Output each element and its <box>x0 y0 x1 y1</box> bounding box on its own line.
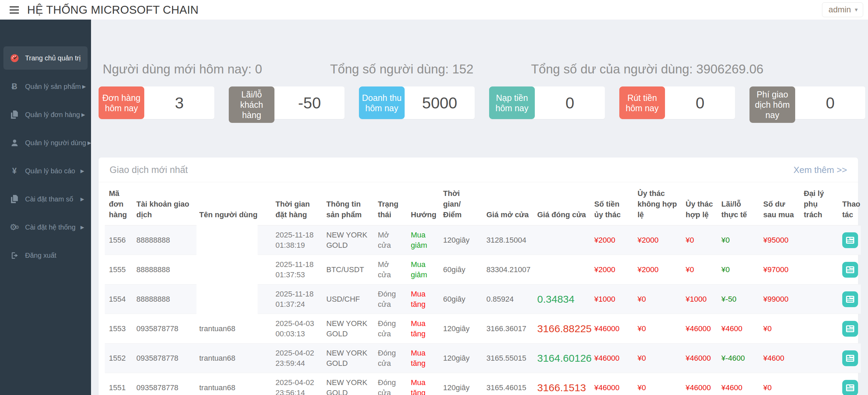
sidebar-item-label: Quản lý báo cáo <box>25 167 79 175</box>
cell-direction: Mua tăng <box>407 314 439 344</box>
cell-account: 0935878778 <box>132 344 195 373</box>
sidebar-item-orders[interactable]: Quản lý đơn hàng ▶ <box>3 101 88 129</box>
cell-duration: 60giây <box>439 284 482 314</box>
top-bar: HỆ THỐNG MICROSOFT CHAIN admin ▾ <box>0 0 868 20</box>
dashboard-icon <box>9 54 20 63</box>
cell-pnl: ¥0 <box>717 225 759 255</box>
cell-account: 88888888 <box>132 225 195 255</box>
cell-balance: ¥95000 <box>759 225 800 255</box>
user-menu-label: admin <box>828 5 851 14</box>
panel-header: Giao dịch mới nhất Xem thêm >> <box>99 158 858 182</box>
order-detail-button[interactable] <box>842 350 858 366</box>
cell-username: trantuan68 <box>195 314 271 344</box>
cell-open: 3166.36017 <box>482 314 533 344</box>
params-icon <box>9 195 20 204</box>
table-header-row: Mã đơn hàngTài khoản giao dịchTên người … <box>105 182 861 225</box>
column-header-action: Thao tác <box>838 182 861 225</box>
order-detail-icon <box>846 384 855 392</box>
cell-open: 3165.55015 <box>482 344 533 373</box>
yen-icon: ¥ <box>9 166 20 176</box>
cell-username <box>195 255 271 284</box>
sidebar-item-parameters[interactable]: Cài đặt tham số ▶ <box>3 185 88 213</box>
bitcoin-icon: Ƀ <box>9 82 20 91</box>
sidebar-item-label: Đăng xuất <box>25 252 84 259</box>
sidebar-item-reports[interactable]: ¥ Quản lý báo cáo ▶ <box>3 157 88 185</box>
cell-action <box>838 255 861 284</box>
order-detail-button[interactable] <box>842 232 858 248</box>
stat-card-fees-today: Phí giao dịch hôm nay 0 <box>749 86 865 119</box>
cell-invalid: ¥0 <box>633 284 681 314</box>
order-detail-icon <box>846 295 855 303</box>
view-more-link[interactable]: Xem thêm >> <box>793 165 847 175</box>
cell-id: 1553 <box>105 314 132 344</box>
cell-agent <box>800 373 838 395</box>
sidebar-item-label: Quản lý người dùng <box>25 139 86 147</box>
cell-username: trantuan68 <box>195 344 271 373</box>
cell-balance: ¥4600 <box>759 344 800 373</box>
cell-direction: Mua tăng <box>407 373 439 395</box>
order-detail-button[interactable] <box>842 321 858 337</box>
hamburger-menu-icon[interactable] <box>10 6 19 14</box>
cell-username <box>195 284 271 314</box>
sidebar-item-system-settings[interactable]: ⚙⚙ Cài đặt hệ thống ▶ <box>3 213 88 241</box>
sidebar-item-logout[interactable]: Đăng xuất <box>3 241 88 269</box>
cell-open: 0.85924 <box>482 284 533 314</box>
user-menu-button[interactable]: admin ▾ <box>822 2 863 17</box>
table-row: 1554888888882025-11-18 01:37:24USD/CHFĐó… <box>105 284 861 314</box>
sidebar-item-dashboard[interactable]: Trang chủ quản trị <box>3 46 88 70</box>
sidebar-item-products[interactable]: Ƀ Quản lý sản phẩm ▶ <box>3 72 88 101</box>
cell-balance: ¥97000 <box>759 255 800 284</box>
cell-pnl: ¥-4600 <box>717 344 759 373</box>
cell-time: 2025-11-18 01:37:53 <box>271 255 322 284</box>
sidebar-item-users[interactable]: Quản lý người dùng ▶ <box>3 129 88 157</box>
stat-total-balance: Tổng số dư của người dùng: 3906269.06 <box>531 62 764 77</box>
cell-account: 88888888 <box>132 284 195 314</box>
cell-open: 3165.46015 <box>482 373 533 395</box>
cell-direction: Mua giảm <box>407 225 439 255</box>
cell-valid: ¥1000 <box>681 284 717 314</box>
main-content: Người dùng mới hôm nay: 0 Tổng số người … <box>91 20 868 395</box>
order-detail-button[interactable] <box>842 262 858 278</box>
cell-pnl: ¥4600 <box>717 314 759 344</box>
order-detail-button[interactable] <box>842 291 858 307</box>
cell-amount: ¥2000 <box>590 225 633 255</box>
cell-open: 83304.21007 <box>482 255 533 284</box>
stat-card-label: Rút tiền hôm nay <box>619 86 665 119</box>
cell-pnl: ¥0 <box>717 255 759 284</box>
cell-invalid: ¥0 <box>633 373 681 395</box>
chevron-right-icon: ▶ <box>82 84 86 89</box>
stat-cards: Đơn hàng hôm nay 3 Lãi/lỗ khách hàng -50… <box>99 86 858 119</box>
table-row: 15510935878778trantuan682025-04-02 23:56… <box>105 373 861 395</box>
cell-time: 2025-04-02 23:59:44 <box>271 344 322 373</box>
stat-card-revenue-today: Doanh thu hôm nay 5000 <box>359 86 475 119</box>
column-header-amount: Số tiền ủy thác <box>590 182 633 225</box>
cell-action <box>838 314 861 344</box>
cell-agent <box>800 314 838 344</box>
app-title: HỆ THỐNG MICROSOFT CHAIN <box>27 3 199 16</box>
order-detail-button[interactable] <box>842 380 858 395</box>
sidebar-item-label: Quản lý đơn hàng <box>25 111 80 119</box>
cell-duration: 120giây <box>439 344 482 373</box>
stat-card-label: Đơn hàng hôm nay <box>99 86 144 119</box>
cell-username <box>195 225 271 255</box>
cell-time: 2025-11-18 01:37:24 <box>271 284 322 314</box>
stat-card-customer-pnl: Lãi/lỗ khách hàng -50 <box>229 86 345 119</box>
chevron-down-icon: ▾ <box>855 6 858 13</box>
cell-valid: ¥0 <box>681 225 717 255</box>
cell-status: Đóng cửa <box>374 344 407 373</box>
chevron-right-icon: ▶ <box>80 224 84 230</box>
cell-status: Đóng cửa <box>374 314 407 344</box>
stat-card-value: 3 <box>144 86 214 119</box>
column-header-pnl: Lãi/lỗ thực tế <box>717 182 759 225</box>
column-header-close: Giá đóng cửa <box>533 182 590 225</box>
cell-product: NEW YORK GOLD <box>322 314 374 344</box>
table-row: 15530935878778trantuan682025-04-03 00:03… <box>105 314 861 344</box>
cell-valid: ¥46000 <box>681 344 717 373</box>
column-header-duration: Thời gian/Điểm <box>439 182 482 225</box>
cell-time: 2025-04-02 23:56:14 <box>271 373 322 395</box>
transactions-table-wrap: Mã đơn hàngTài khoản giao dịchTên người … <box>99 182 858 395</box>
cell-product: BTC/USDT <box>322 255 374 284</box>
cell-invalid: ¥0 <box>633 314 681 344</box>
cell-balance: ¥0 <box>759 373 800 395</box>
cell-invalid: ¥0 <box>633 344 681 373</box>
